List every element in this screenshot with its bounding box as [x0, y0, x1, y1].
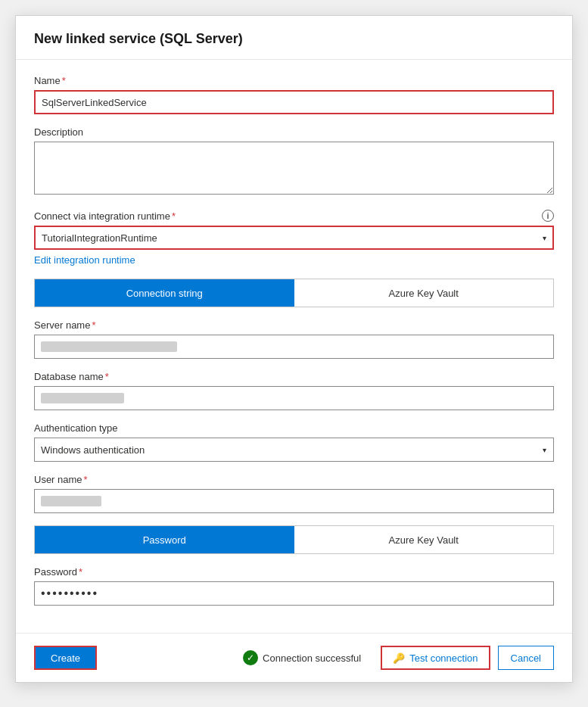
server-name-label: Server name*	[34, 319, 554, 331]
connection-success-indicator: ✓ Connection successful	[243, 650, 361, 665]
success-check-icon: ✓	[243, 650, 258, 665]
dialog-footer: Create ✓ Connection successful 🔑 Test co…	[16, 633, 572, 682]
cancel-button[interactable]: Cancel	[498, 646, 554, 670]
runtime-label: Connect via integration runtime*	[34, 210, 176, 222]
database-name-input-container[interactable]	[34, 386, 554, 410]
name-input[interactable]	[34, 90, 554, 114]
connection-tab-group: Connection string Azure Key Vault	[34, 279, 554, 307]
auth-type-select[interactable]: Windows authentication SQL authenticatio…	[34, 438, 554, 462]
new-linked-service-dialog: New linked service (SQL Server) Name* De…	[15, 15, 573, 683]
password-tab[interactable]: Password	[35, 526, 294, 553]
auth-type-select-wrapper: Windows authentication SQL authenticatio…	[34, 438, 554, 462]
footer-right: ✓ Connection successful 🔑 Test connectio…	[243, 646, 554, 670]
user-name-input-container[interactable]	[34, 489, 554, 513]
azure-key-vault-tab[interactable]: Azure Key Vault	[294, 279, 554, 307]
connection-success-text: Connection successful	[263, 652, 361, 664]
user-name-placeholder	[41, 496, 101, 506]
auth-type-group: Authentication type Windows authenticati…	[34, 422, 554, 462]
test-connection-label: Test connection	[409, 652, 478, 664]
name-group: Name*	[34, 75, 554, 114]
key-icon: 🔑	[393, 652, 405, 664]
name-label: Name*	[34, 75, 554, 86]
database-name-placeholder	[41, 393, 124, 403]
runtime-group: Connect via integration runtime* i Tutor…	[34, 210, 554, 266]
runtime-select[interactable]: TutorialIntegrationRuntime	[34, 226, 554, 250]
description-label: Description	[34, 126, 554, 138]
description-input[interactable]	[34, 142, 554, 195]
server-name-placeholder	[41, 341, 177, 352]
user-name-label: User name*	[34, 474, 554, 485]
info-icon[interactable]: i	[542, 210, 554, 222]
user-name-group: User name*	[34, 474, 554, 513]
dialog-title: New linked service (SQL Server)	[34, 31, 554, 47]
password-label: Password*	[34, 566, 554, 578]
test-connection-button[interactable]: 🔑 Test connection	[381, 646, 490, 670]
dialog-header: New linked service (SQL Server)	[16, 16, 572, 60]
description-group: Description	[34, 126, 554, 198]
edit-runtime-link[interactable]: Edit integration runtime	[34, 254, 135, 266]
connection-string-tab[interactable]: Connection string	[35, 279, 294, 307]
password-azure-key-vault-tab[interactable]: Azure Key Vault	[294, 526, 554, 553]
footer-left: Create	[34, 646, 97, 670]
password-input[interactable]	[34, 581, 554, 606]
runtime-header-row: Connect via integration runtime* i	[34, 210, 554, 222]
auth-type-label: Authentication type	[34, 422, 554, 434]
database-name-group: Database name*	[34, 371, 554, 410]
create-button[interactable]: Create	[34, 646, 97, 670]
server-name-input-container[interactable]	[34, 335, 554, 359]
server-name-group: Server name*	[34, 319, 554, 359]
dialog-body: Name* Description Connect via integratio…	[16, 60, 572, 633]
runtime-select-wrapper: TutorialIntegrationRuntime ▾	[34, 226, 554, 250]
password-tab-group: Password Azure Key Vault	[34, 525, 554, 554]
password-group: Password*	[34, 566, 554, 606]
database-name-label: Database name*	[34, 371, 554, 382]
